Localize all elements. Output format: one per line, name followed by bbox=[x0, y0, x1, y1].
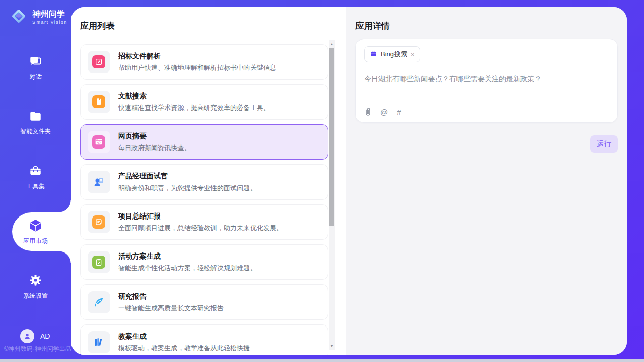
hashtag-icon[interactable]: # bbox=[397, 107, 401, 116]
app-detail-title: 应用详情 bbox=[355, 20, 618, 32]
sidebar-item-label: 工具集 bbox=[26, 182, 45, 191]
folder-icon bbox=[28, 109, 43, 123]
main-content: 应用列表 招标文件解析 帮助用户快速、准确地理解和解析招标书中的关键信 bbox=[71, 7, 627, 355]
query-text[interactable]: 今日湖北有哪些新闻要点？有哪些需要关注的最新政策？ bbox=[364, 75, 609, 84]
app-card-lesson-plan[interactable]: 教案生成 模板驱动，教案生成，教学准备从此轻松快捷 bbox=[80, 324, 328, 355]
scrollbar-thumb[interactable] bbox=[329, 48, 334, 226]
app-card-desc: 每日政府新闻资讯快查。 bbox=[118, 143, 191, 153]
briefcase-icon bbox=[370, 50, 377, 59]
app-card-title: 研究报告 bbox=[118, 292, 224, 301]
app-detail-panel: 应用详情 Bing搜索 × 今日湖北有哪些新闻要点？有哪些需要关注的最新政策？ bbox=[346, 7, 627, 355]
run-row: 运行 bbox=[355, 135, 618, 153]
app-card-title: 活动方案生成 bbox=[118, 252, 257, 261]
logo-diamond-icon bbox=[9, 7, 28, 28]
toolbox-icon bbox=[28, 164, 43, 178]
app-card-title: 教案生成 bbox=[118, 332, 250, 341]
app-card-desc: 模板驱动，教案生成，教学准备从此轻松快捷 bbox=[118, 344, 250, 353]
app-list-title: 应用列表 bbox=[80, 20, 346, 32]
app-card-web-summary[interactable]: 网页摘要 每日政府新闻资讯快查。 bbox=[80, 124, 328, 160]
chat-icon bbox=[28, 54, 43, 68]
books-icon bbox=[88, 331, 110, 353]
sidebar-item-label: 对话 bbox=[29, 73, 42, 81]
tool-tag-bing-search[interactable]: Bing搜索 × bbox=[364, 46, 420, 62]
app-card-desc: 全面回顾项目进展，总结经验教训，助力未来优化发展。 bbox=[118, 224, 283, 233]
tool-tag-label: Bing搜索 bbox=[381, 50, 407, 59]
sidebar-item-settings[interactable]: 系统设置 bbox=[0, 259, 71, 314]
sidebar: 神州问学 Smart Vision 对话 bbox=[0, 0, 71, 359]
tag-close-icon[interactable]: × bbox=[411, 51, 415, 58]
logo-subtitle: Smart Vision bbox=[32, 20, 67, 25]
run-button[interactable]: 运行 bbox=[590, 135, 618, 153]
app-card-event-plan[interactable]: 活动方案生成 智能生成个性化活动方案，轻松解决规划难题。 bbox=[80, 244, 328, 280]
browser-code-icon bbox=[88, 131, 110, 153]
app-card-desc: 帮助用户快速、准确地理解和解析招标书中的关键信息 bbox=[118, 63, 276, 73]
sidebar-item-label: 系统设置 bbox=[23, 292, 48, 300]
bottom-strip bbox=[0, 359, 644, 362]
sidebar-item-chat[interactable]: 对话 bbox=[0, 40, 71, 95]
app-card-research-report[interactable]: 研究报告 一键智能生成高质量长文本研究报告 bbox=[80, 284, 328, 320]
app-card-bid-parsing[interactable]: 招标文件解析 帮助用户快速、准确地理解和解析招标书中的关键信息 bbox=[80, 44, 328, 80]
quill-icon bbox=[88, 291, 110, 313]
app-card-desc: 一键智能生成高质量长文本研究报告 bbox=[118, 304, 224, 313]
app-card-title: 网页摘要 bbox=[118, 132, 191, 141]
app-list-panel: 应用列表 招标文件解析 帮助用户快速、准确地理解和解析招标书中的关键信 bbox=[71, 7, 346, 355]
app-card-desc: 明确身份和职责，为您提供专业性的面试问题。 bbox=[118, 184, 257, 193]
user-name: AD bbox=[40, 332, 50, 340]
input-toolbar: @ # bbox=[364, 107, 609, 116]
sidebar-item-label: 智能文件夹 bbox=[20, 127, 51, 136]
user-account[interactable]: AD bbox=[20, 329, 50, 343]
app-card-literature-search[interactable]: 文献搜索 快速精准查找学术资源，提高研究效率的必备工具。 bbox=[80, 84, 328, 120]
book-icon bbox=[88, 91, 110, 113]
cube-icon bbox=[28, 219, 43, 233]
copyright-text: ©神州数码·神州问学出品 bbox=[4, 345, 71, 353]
gear-icon bbox=[28, 273, 43, 287]
scroll-down-icon[interactable]: ▼ bbox=[329, 343, 335, 349]
app-logo: 神州问学 Smart Vision bbox=[0, 0, 71, 28]
app-card-list: 招标文件解析 帮助用户快速、准确地理解和解析招标书中的关键信息 文献搜索 bbox=[80, 44, 328, 355]
sidebar-item-smart-folder[interactable]: 智能文件夹 bbox=[0, 95, 71, 150]
doc-edit-icon bbox=[88, 51, 110, 73]
avatar bbox=[20, 329, 34, 343]
app-background: 神州问学 Smart Vision 对话 bbox=[0, 0, 644, 359]
app-card-pm-interviewer[interactable]: 产品经理面试官 明确身份和职责，为您提供专业性的面试问题。 bbox=[80, 164, 328, 200]
sidebar-item-label: 应用市场 bbox=[23, 237, 48, 245]
app-card-desc: 智能生成个性化活动方案，轻松解决规划难题。 bbox=[118, 264, 257, 273]
sidebar-item-toolset[interactable]: 工具集 bbox=[0, 150, 71, 204]
app-card-title: 招标文件解析 bbox=[118, 52, 276, 61]
app-card-title: 产品经理面试官 bbox=[118, 172, 257, 181]
interviewer-icon bbox=[88, 171, 110, 193]
scroll-up-icon[interactable]: ▲ bbox=[329, 41, 335, 47]
app-card-title: 文献搜索 bbox=[118, 92, 270, 101]
logo-title: 神州问学 bbox=[32, 10, 67, 19]
app-card-desc: 快速精准查找学术资源，提高研究效率的必备工具。 bbox=[118, 103, 270, 113]
app-card-title: 项目总结汇报 bbox=[118, 212, 283, 221]
sidebar-nav: 对话 智能文件夹 工具集 bbox=[0, 40, 71, 314]
app-list-scrollbar[interactable]: ▲ ▼ bbox=[329, 40, 335, 350]
clipboard-check-icon bbox=[88, 251, 110, 273]
app-card-project-summary[interactable]: 项目总结汇报 全面回顾项目进展，总结经验教训，助力未来优化发展。 bbox=[80, 204, 328, 240]
summary-note-icon bbox=[88, 211, 110, 233]
mention-icon[interactable]: @ bbox=[380, 107, 388, 116]
attachment-icon[interactable] bbox=[364, 107, 372, 116]
sidebar-item-app-market[interactable]: 应用市场 bbox=[0, 204, 71, 259]
query-input-card[interactable]: Bing搜索 × 今日湖北有哪些新闻要点？有哪些需要关注的最新政策？ @ # bbox=[355, 39, 618, 123]
